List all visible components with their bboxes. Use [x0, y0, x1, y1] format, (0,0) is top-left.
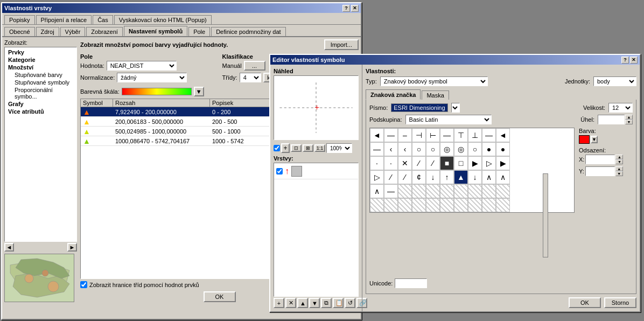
tab-maska[interactable]: Maska	[422, 90, 449, 100]
sym-15[interactable]: ◎	[440, 142, 454, 156]
color-swatch[interactable]	[579, 135, 590, 144]
help-button[interactable]: ?	[342, 5, 350, 12]
tab-cas[interactable]: Čas	[93, 15, 113, 24]
sym-48[interactable]	[482, 184, 496, 198]
sym-31[interactable]: ∕	[384, 170, 398, 184]
color-dropdown-btn[interactable]: ▼	[591, 136, 598, 143]
sym-8[interactable]: —	[482, 128, 496, 142]
sym-59[interactable]	[496, 198, 510, 212]
sym-40[interactable]: ∧	[370, 184, 384, 198]
editor-ok-button[interactable]: OK	[569, 297, 601, 308]
sym-20[interactable]: ·	[370, 156, 384, 170]
tree-grafy[interactable]: Grafy	[6, 100, 75, 108]
sym-45[interactable]	[440, 184, 454, 198]
sym-25[interactable]: ■	[440, 156, 454, 170]
sym-10[interactable]: —	[370, 142, 384, 156]
sym-33[interactable]: ¢	[412, 170, 426, 184]
sym-50[interactable]	[370, 198, 384, 212]
sym-27[interactable]: ▶	[468, 156, 482, 170]
tridy-select[interactable]: 4	[240, 73, 261, 82]
tree-kategorie[interactable]: Kategorie	[6, 56, 75, 64]
sym-56[interactable]	[454, 198, 468, 212]
manual-button[interactable]: ...	[244, 61, 265, 71]
tab-nastaveni[interactable]: Nastavení symbolů	[124, 26, 187, 36]
sym-26[interactable]: □	[454, 156, 468, 170]
reset-btn[interactable]: ↺	[345, 298, 355, 308]
layer-row[interactable]: ↑	[274, 163, 358, 179]
editor-help-button[interactable]: ?	[621, 57, 629, 64]
sym-54[interactable]	[426, 198, 440, 212]
sym-6[interactable]: ⊤	[454, 128, 468, 142]
normalizace-select[interactable]: žádný	[117, 73, 187, 82]
odsazeni-y-down[interactable]: ▼	[615, 171, 623, 176]
sym-47[interactable]	[468, 184, 482, 198]
move-up-btn[interactable]: ▲	[297, 298, 308, 308]
import-button[interactable]: Import...	[324, 39, 359, 50]
tab-pole[interactable]: Pole	[188, 27, 210, 36]
sym-37[interactable]: ↓	[468, 170, 482, 184]
grid-scrollbar[interactable]	[543, 173, 548, 257]
zoom-select[interactable]: 100%	[326, 143, 352, 153]
sym-34[interactable]: ↓	[426, 170, 440, 184]
tree-mnozstvi[interactable]: Množství	[6, 64, 75, 71]
odsazeni-x-up[interactable]: ▲	[615, 155, 623, 159]
paste-btn[interactable]: 📋	[333, 298, 344, 308]
ok-button[interactable]: OK	[204, 291, 236, 302]
size-btn-2[interactable]: ⊠	[303, 144, 313, 152]
odsazeni-x-down[interactable]: ▼	[615, 159, 623, 164]
sym-30[interactable]: ▷	[370, 170, 384, 184]
preview-checkbox[interactable]	[274, 145, 280, 151]
sym-52[interactable]	[398, 198, 412, 212]
tab-znakova[interactable]: Znaková značka	[366, 89, 421, 100]
unicode-input[interactable]: 70	[395, 278, 427, 288]
add-preview-btn[interactable]: +	[281, 143, 290, 153]
sym-16[interactable]: ◎	[454, 142, 468, 156]
typ-select[interactable]: Znakový bodový symbol	[380, 76, 488, 86]
tab-zobrazeni[interactable]: Zobrazení	[86, 27, 123, 36]
sym-13[interactable]: ○	[412, 142, 426, 156]
scroll-right-btn[interactable]: ►	[67, 243, 77, 252]
size-btn-1[interactable]: ⊡	[291, 144, 302, 152]
uhel-input[interactable]: 0,00	[598, 115, 625, 124]
jednotky-select[interactable]: body	[593, 76, 636, 86]
tab-popup[interactable]: Vyskakovací okno HTML (Popup)	[114, 15, 212, 24]
sym-32[interactable]: ∕	[398, 170, 412, 184]
editor-storno-button[interactable]: Storno	[604, 297, 636, 308]
tree-prvky[interactable]: Prvky	[6, 48, 75, 56]
tree-stupnovane-symboly[interactable]: Stupňované symboly	[6, 79, 75, 86]
tab-definice[interactable]: Definice podmnožiny dat	[211, 27, 285, 36]
tab-zdroj[interactable]: Zdroj	[36, 27, 59, 36]
scroll-left-btn[interactable]: ◄	[4, 243, 14, 252]
sym-5[interactable]: —	[440, 128, 454, 142]
sym-49[interactable]	[496, 184, 510, 198]
sym-28[interactable]: ▷	[482, 156, 496, 170]
sym-29[interactable]: ▶	[496, 156, 510, 170]
sym-1[interactable]: —	[384, 128, 398, 142]
layer-checkbox[interactable]	[276, 168, 283, 175]
sym-41[interactable]: —	[384, 184, 398, 198]
move-down-btn[interactable]: ▼	[309, 298, 320, 308]
sym-0[interactable]: ◄	[370, 128, 384, 142]
sym-23[interactable]: ∕	[412, 156, 426, 170]
uhel-down-btn[interactable]: ▼	[625, 120, 633, 124]
hranice-checkbox[interactable]	[80, 281, 87, 288]
tree-vice-atributu[interactable]: Více atributů	[6, 108, 75, 115]
sym-4[interactable]: ⊢	[426, 128, 440, 142]
sym-18[interactable]: ●	[482, 142, 496, 156]
sym-51[interactable]	[384, 198, 398, 212]
velikost-select[interactable]: 12	[608, 103, 633, 113]
sym-35[interactable]: ↑	[440, 170, 454, 184]
odsazeni-y-up[interactable]: ▲	[615, 166, 623, 171]
sym-9[interactable]: ◄	[496, 128, 510, 142]
sym-53[interactable]	[412, 198, 426, 212]
ratio-btn[interactable]: 1:1	[314, 144, 325, 152]
podskupina-select[interactable]: Basic Latin	[405, 115, 492, 124]
tab-popisky[interactable]: Popisky	[4, 15, 35, 24]
uhel-up-btn[interactable]: ▲	[625, 115, 633, 120]
sym-12[interactable]: ‹	[398, 142, 412, 156]
sym-21[interactable]: ·	[384, 156, 398, 170]
sym-3[interactable]: ⊣	[412, 128, 426, 142]
sym-11[interactable]: ‹	[384, 142, 398, 156]
add-layer-btn[interactable]: +	[274, 298, 284, 308]
sym-38[interactable]: ∧	[482, 170, 496, 184]
